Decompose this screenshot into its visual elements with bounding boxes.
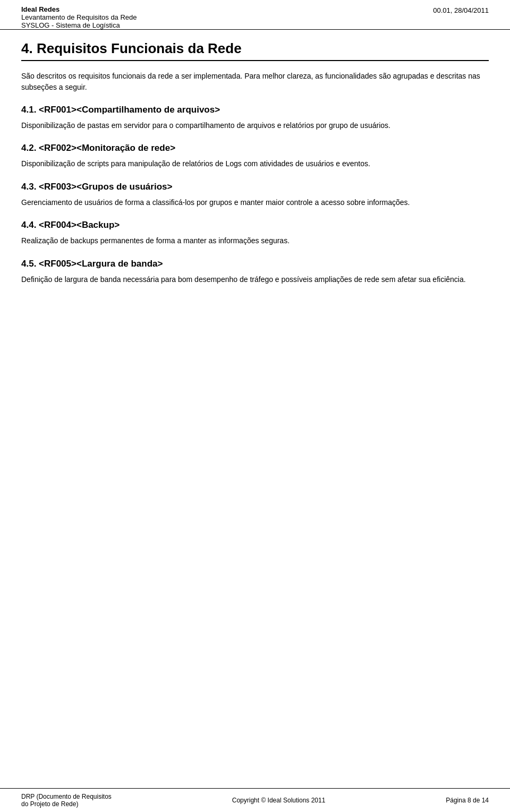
subsection-4-4: 4.4. <RF004><Backup> Realização de backu… bbox=[21, 220, 489, 246]
document-subtitle: SYSLOG - Sistema de Logística bbox=[21, 21, 137, 29]
subsection-4-5: 4.5. <RF005><Largura de banda> Definição… bbox=[21, 259, 489, 285]
subsection-4-2-title: 4.2. <RF002><Monitoração de rede> bbox=[21, 143, 489, 153]
document-title: Levantamento de Requisitos da Rede bbox=[21, 13, 137, 21]
subsection-4-3-title: 4.3. <RF003><Grupos de usuários> bbox=[21, 182, 489, 192]
page-container: Ideal Redes Levantamento de Requisitos d… bbox=[0, 0, 510, 812]
section-main-title: 4. Requisitos Funcionais da Rede bbox=[21, 40, 489, 61]
subsection-4-4-body: Realização de backups permanentes de for… bbox=[21, 235, 489, 246]
header-left: Ideal Redes Levantamento de Requisitos d… bbox=[21, 5, 137, 29]
subsection-4-3-body: Gerenciamento de usuários de forma a cla… bbox=[21, 196, 489, 208]
company-name: Ideal Redes bbox=[21, 5, 137, 13]
header-version-date: 00.01, 28/04/2011 bbox=[433, 5, 489, 14]
subsection-4-1-title: 4.1. <RF001><Compartilhamento de arquivo… bbox=[21, 105, 489, 115]
subsection-4-2: 4.2. <RF002><Monitoração de rede> Dispon… bbox=[21, 143, 489, 169]
footer-left: DRP (Documento de Requisitos do Projeto … bbox=[21, 793, 112, 808]
subsection-4-5-body: Definição de largura de banda necessária… bbox=[21, 273, 489, 285]
subsection-4-3: 4.3. <RF003><Grupos de usuários> Gerenci… bbox=[21, 182, 489, 208]
subsection-4-1-body: Disponibilização de pastas em servidor p… bbox=[21, 119, 489, 131]
subsection-4-4-title: 4.4. <RF004><Backup> bbox=[21, 220, 489, 230]
subsection-4-2-body: Disponibilização de scripts para manipul… bbox=[21, 158, 489, 169]
footer-page-number: Página 8 de 14 bbox=[446, 797, 489, 804]
intro-paragraph: São descritos os requisitos funcionais d… bbox=[21, 71, 489, 93]
footer-copyright: Copyright © Ideal Solutions 2011 bbox=[112, 797, 446, 804]
page-header: Ideal Redes Levantamento de Requisitos d… bbox=[0, 0, 510, 30]
page-footer: DRP (Documento de Requisitos do Projeto … bbox=[0, 788, 510, 812]
main-content: 4. Requisitos Funcionais da Rede São des… bbox=[0, 30, 510, 333]
subsection-4-5-title: 4.5. <RF005><Largura de banda> bbox=[21, 259, 489, 269]
subsection-4-1: 4.1. <RF001><Compartilhamento de arquivo… bbox=[21, 105, 489, 131]
